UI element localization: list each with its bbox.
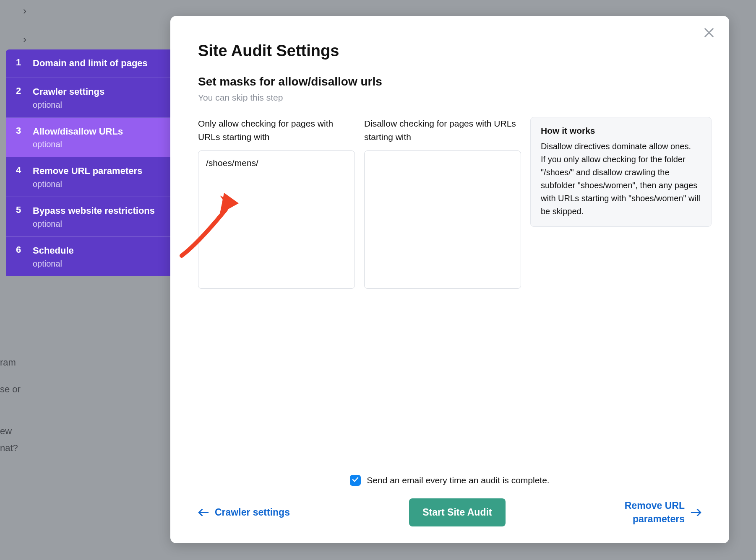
step-crawler-settings[interactable]: 2 Crawler settings optional — [6, 78, 170, 118]
modal-footer: Send an email every time an audit is com… — [198, 475, 701, 526]
primary-button-label: Start Site Audit — [422, 507, 492, 518]
step-title: Crawler settings — [33, 86, 162, 99]
section-subtitle: You can skip this step — [198, 93, 701, 103]
disallow-column: Disallow checking for pages with URLs st… — [364, 117, 521, 289]
start-site-audit-button[interactable]: Start Site Audit — [409, 498, 505, 526]
step-number: 2 — [16, 86, 33, 110]
step-schedule[interactable]: 6 Schedule optional — [6, 237, 170, 276]
section-title: Set masks for allow/disallow urls — [198, 75, 701, 88]
step-number: 4 — [16, 165, 33, 189]
arrow-right-icon — [691, 508, 701, 517]
info-column: How it works Disallow directives dominat… — [530, 117, 712, 289]
site-audit-settings-modal: Site Audit Settings Set masks for allow/… — [170, 16, 729, 543]
info-title: How it works — [541, 126, 701, 136]
email-checkbox-label: Send an email every time an audit is com… — [367, 475, 549, 485]
step-number: 5 — [16, 205, 33, 229]
step-remove-url-parameters[interactable]: 4 Remove URL parameters optional — [6, 157, 170, 197]
step-optional-label: optional — [33, 219, 162, 229]
close-button[interactable] — [701, 25, 717, 42]
step-title: Schedule — [33, 244, 162, 257]
step-bypass-restrictions[interactable]: 5 Bypass website restrictions optional — [6, 197, 170, 237]
step-optional-label: optional — [33, 259, 162, 269]
disallow-urls-input[interactable] — [364, 150, 521, 289]
step-allow-disallow-urls[interactable]: 3 Allow/disallow URLs optional — [6, 118, 170, 158]
step-title: Bypass website restrictions — [33, 205, 162, 218]
next-link-remove-url-parameters[interactable]: Remove URL parameters — [625, 499, 701, 525]
email-notification-row: Send an email every time an audit is com… — [198, 475, 701, 486]
step-title: Domain and limit of pages — [33, 57, 162, 70]
step-optional-label: optional — [33, 179, 162, 189]
allow-urls-input[interactable] — [198, 150, 355, 289]
step-domain-limit[interactable]: 1 Domain and limit of pages — [6, 49, 170, 78]
next-link-label: Remove URL parameters — [625, 499, 685, 525]
how-it-works-box: How it works Disallow directives dominat… — [530, 117, 712, 227]
check-icon — [352, 476, 359, 485]
info-body: Disallow directives dominate allow ones.… — [541, 140, 701, 218]
back-link-label: Crawler settings — [215, 507, 290, 518]
step-number: 6 — [16, 244, 33, 269]
step-optional-label: optional — [33, 100, 162, 110]
arrow-left-icon — [198, 508, 209, 517]
step-optional-label: optional — [33, 140, 162, 149]
step-title: Allow/disallow URLs — [33, 125, 162, 138]
step-title: Remove URL parameters — [33, 165, 162, 178]
wizard-steps-sidebar: 1 Domain and limit of pages 2 Crawler se… — [6, 49, 170, 276]
modal-title: Site Audit Settings — [198, 42, 701, 60]
back-link-crawler-settings[interactable]: Crawler settings — [198, 507, 290, 518]
allow-column: Only allow checking for pages with URLs … — [198, 117, 355, 289]
step-number: 3 — [16, 125, 33, 150]
close-icon — [703, 27, 715, 40]
email-checkbox[interactable] — [350, 475, 361, 486]
allow-label: Only allow checking for pages with URLs … — [198, 117, 355, 144]
step-number: 1 — [16, 57, 33, 70]
disallow-label: Disallow checking for pages with URLs st… — [364, 117, 521, 144]
